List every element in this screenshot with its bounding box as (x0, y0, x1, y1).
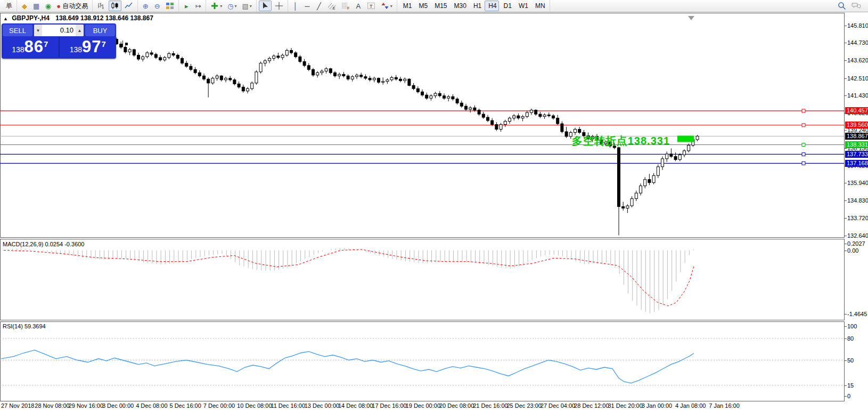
toolbar-group: ▾◷▾▧▾ (206, 0, 257, 12)
time-label: 4 Dec 08:00 (136, 402, 167, 409)
time-label: 17 Dec 16:00 (372, 402, 406, 409)
collapse-panel-button[interactable]: ▲ (3, 16, 8, 21)
symbol-period-label: GBPJPY-,H4 (12, 14, 50, 22)
indicators-icon[interactable]: ▾ (208, 1, 224, 11)
one-click-trade-panel: SELL ▼ 0.10 ▲ BUY 138867 138977 (2, 23, 116, 59)
new-order-button[interactable]: 单 (2, 1, 14, 11)
volume-control: ▼ 0.10 ▲ (34, 25, 84, 36)
buy-price-sup: 7 (102, 39, 106, 49)
tf-mn-button[interactable]: MN (531, 1, 547, 11)
volume-decrease-button[interactable]: ▼ (34, 25, 42, 36)
time-label: 10 Dec 08:00 (237, 402, 272, 409)
tf-d1-button[interactable]: D1 (500, 1, 514, 11)
toolbar-group: ⊕⊖ (138, 0, 179, 12)
trendline-icon[interactable]: ╱ (314, 1, 324, 11)
sell-price-big: 86 (24, 37, 44, 56)
annotation-text[interactable]: 多空转折点138.331 (572, 134, 670, 148)
toolbar-group: │─╱EFAT▾ (288, 0, 397, 12)
vertical-line-icon[interactable]: │ (290, 1, 301, 11)
time-label: 28 Nov 08:00 (35, 402, 69, 409)
bar-chart-icon[interactable] (95, 1, 108, 11)
toolbar-right-group (835, 1, 868, 11)
candlestick-chart-icon[interactable] (109, 1, 121, 11)
toolbar-groups: 单◆▦◉●自动交易⊕⊖▸↦▾◷▾▧▾│─╱EFAT▾M1M5M15M30H1H4… (0, 0, 550, 12)
ohlc-values: 138.649 138.912 138.646 138.867 (55, 14, 153, 22)
volume-increase-button[interactable]: ▲ (76, 25, 84, 36)
toolbar-group (257, 0, 288, 12)
templates-icon[interactable]: ▧▾ (240, 1, 254, 11)
time-label: 3 Jan 00:00 (642, 402, 673, 409)
toolbar-group: ▸↦ (179, 0, 206, 12)
tf-m15-button[interactable]: M15 (431, 1, 449, 11)
zoom-out-icon[interactable]: ⊖ (152, 1, 162, 11)
chart-window: 145.810144.730143.620142.510141.430140.3… (0, 12, 868, 411)
time-label: 28 Dec 12:00 (574, 402, 609, 409)
text-icon[interactable]: A (353, 1, 364, 11)
time-label: 3 Dec 00:00 (102, 402, 134, 409)
tf-m5-button[interactable]: M5 (415, 1, 430, 11)
chat-icon[interactable] (849, 1, 863, 11)
periods-icon[interactable]: ◷▾ (225, 1, 239, 11)
time-label: 20 Dec 08:00 (439, 402, 474, 409)
sell-price-prefix: 138 (12, 45, 24, 54)
panel-drag-handle[interactable] (122, 41, 129, 47)
time-label: 31 Dec 20:00 (608, 402, 642, 409)
time-label: 7 Dec 00:00 (203, 402, 235, 409)
time-label: 14 Dec 08:00 (338, 402, 373, 409)
line-chart-icon[interactable] (122, 1, 135, 11)
fibonacci-icon[interactable]: F (339, 1, 352, 11)
horizontal-line-icon[interactable]: ─ (302, 1, 313, 11)
toolbar-group: M1M5M15M30H1H4D1W1MN (397, 0, 550, 12)
chart-title: ▲ GBPJPY-,H4 138.649 138.912 138.646 138… (3, 14, 153, 22)
sell-price-sup: 7 (44, 39, 48, 49)
tf-m30-button[interactable]: M30 (451, 1, 469, 11)
time-label: 27 Nov 2018 (1, 402, 34, 409)
toolbar: 单◆▦◉●自动交易⊕⊖▸↦▾◷▾▧▾│─╱EFAT▾M1M5M15M30H1H4… (0, 0, 868, 12)
buy-price-prefix: 138 (70, 45, 82, 54)
search-icon[interactable] (836, 1, 848, 11)
time-label: 7 Jan 16:00 (709, 402, 740, 409)
tf-m1-button[interactable]: M1 (399, 1, 414, 11)
time-label: 21 Dec 16:00 (473, 402, 507, 409)
sell-button[interactable]: SELL (3, 25, 32, 36)
svg-text:F: F (347, 6, 349, 10)
time-label: 19 Dec 00:00 (406, 402, 440, 409)
time-label: 5 Dec 16:00 (170, 402, 201, 409)
text-label-icon[interactable]: T (365, 1, 378, 11)
rsi-indicator-label: RSI(14) 59.3694 (3, 323, 46, 329)
volume-input[interactable]: 0.10 (42, 25, 76, 36)
arrows-icon[interactable]: ▾ (379, 1, 395, 11)
tile-windows-icon[interactable] (163, 1, 176, 11)
tf-h1-button[interactable]: H1 (470, 1, 484, 11)
equidistant-channel-icon[interactable]: E (325, 1, 338, 11)
chart-shift-icon[interactable]: ↦ (193, 1, 203, 11)
time-label: 25 Dec 23:00 (507, 402, 542, 409)
crosshair-icon[interactable] (273, 1, 285, 11)
sell-price[interactable]: 138867 (2, 37, 60, 57)
macd-indicator-label: MACD(12,26,9) 0.0254 -0.3600 (3, 241, 84, 247)
market-watch-icon[interactable]: ◆ (19, 1, 30, 11)
time-label: 27 Dec 04:00 (541, 402, 575, 409)
time-label: 13 Dec 00:00 (305, 402, 339, 409)
zoom-in-icon[interactable]: ⊕ (140, 1, 151, 11)
svg-text:T: T (370, 4, 373, 9)
autotrading-button[interactable]: ●自动交易 (54, 1, 90, 11)
new-chart-window-icon[interactable]: ▦ (31, 1, 42, 11)
buy-price-big: 97 (82, 37, 101, 56)
auto-scroll-icon[interactable]: ▸ (181, 1, 192, 11)
buy-price[interactable]: 138977 (60, 37, 117, 57)
cursor-icon[interactable] (259, 1, 272, 11)
time-label: 29 Nov 16:00 (69, 402, 103, 409)
mt4-window: 单◆▦◉●自动交易⊕⊖▸↦▾◷▾▧▾│─╱EFAT▾M1M5M15M30H1H4… (0, 0, 868, 411)
time-label: 4 Jan 08:00 (675, 402, 706, 409)
buy-button[interactable]: BUY (85, 25, 115, 36)
time-label: 11 Dec 16:00 (271, 402, 305, 409)
toolbar-group (93, 0, 138, 12)
time-axis[interactable]: 27 Nov 201828 Nov 08:0029 Nov 16:003 Dec… (0, 12, 868, 411)
toolbar-group: 单 (0, 0, 17, 12)
toolbar-group: ◆▦◉●自动交易 (17, 0, 93, 12)
signals-icon[interactable]: ◉ (43, 1, 53, 11)
tf-h4-button[interactable]: H4 (485, 1, 498, 11)
svg-text:E: E (333, 6, 335, 10)
tf-w1-button[interactable]: W1 (515, 1, 530, 11)
